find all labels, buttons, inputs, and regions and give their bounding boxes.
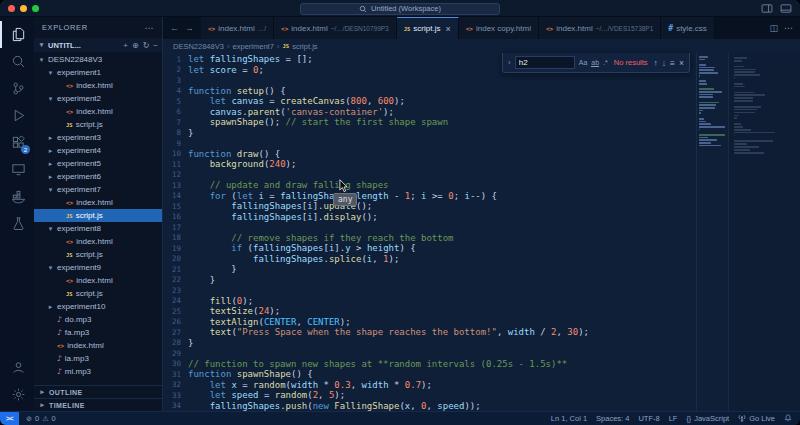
code-line[interactable]: 14 for (let i = fallingShapes.length - 1… xyxy=(163,191,696,202)
tab-index-html[interactable]: <>index.html…/ xyxy=(201,17,274,39)
status-indentation[interactable]: Spaces: 4 xyxy=(596,414,629,423)
split-editor-icon[interactable]: ◫ xyxy=(769,23,778,33)
tree-item-script-js[interactable]: JSscript.js xyxy=(34,287,162,300)
status-language-mode[interactable]: {}JavaScript xyxy=(686,414,729,423)
section-timeline[interactable]: ▸TIMELINE xyxy=(34,398,162,411)
tree-item-fa-mp3[interactable]: ♪fa.mp3 xyxy=(34,326,162,339)
tree-item-do-mp3[interactable]: ♪do.mp3 xyxy=(34,313,162,326)
tree-item-experiment4[interactable]: ▸experiment4 xyxy=(34,144,162,157)
code-line[interactable]: 10function draw() { xyxy=(163,149,696,160)
tree-item-index-html[interactable]: <>index.html xyxy=(34,79,162,92)
new-file-icon[interactable]: + xyxy=(123,41,128,50)
new-folder-icon[interactable]: ⊕ xyxy=(132,41,139,50)
tree-item-experiment7[interactable]: ▾experiment7 xyxy=(34,183,162,196)
code-line[interactable]: 31function spawnShape() { xyxy=(163,369,696,380)
code-line[interactable]: 30// function to spawn new shapes at **r… xyxy=(163,359,696,370)
status-go-live[interactable]: Go Live xyxy=(738,414,775,423)
more-actions-icon[interactable]: ⋯ xyxy=(784,23,793,33)
minimap[interactable] xyxy=(696,53,728,411)
tree-item-index-html[interactable]: <>index.html xyxy=(34,274,162,287)
close-window-button[interactable] xyxy=(8,5,15,12)
activity-remote-explorer-icon[interactable] xyxy=(0,156,34,183)
views-more-actions-icon[interactable]: ⋯ xyxy=(144,23,154,33)
match-case-toggle[interactable]: Aa xyxy=(579,59,588,66)
code-line[interactable]: 32 let x = random(width * 0.3, width * 0… xyxy=(163,380,696,391)
tree-item-experiment9[interactable]: ▾experiment9 xyxy=(34,261,162,274)
toggle-replace-icon[interactable]: › xyxy=(508,58,511,67)
next-match-button[interactable]: ↓ xyxy=(662,58,666,68)
code-line[interactable]: 22 } xyxy=(163,275,696,286)
activity-explorer-icon[interactable] xyxy=(0,21,34,48)
command-center[interactable]: Untitled (Workspace) xyxy=(300,3,500,15)
tree-item-script-js[interactable]: JSscript.js xyxy=(34,209,162,222)
secondary-pane[interactable] xyxy=(728,53,800,411)
workspace-section-header[interactable]: ▾ UNTITL... +⊕↻− xyxy=(34,38,162,52)
code-line[interactable]: 27 text("Press Space when the shape reac… xyxy=(163,327,696,338)
tree-item-experiment5[interactable]: ▸experiment5 xyxy=(34,157,162,170)
tree-item-script-js[interactable]: JSscript.js xyxy=(34,118,162,131)
tree-item-index-html[interactable]: <>index.html xyxy=(34,235,162,248)
code-line[interactable]: 21 } xyxy=(163,264,696,275)
activity-docker-icon[interactable] xyxy=(0,183,34,210)
toggle-panel-icon[interactable] xyxy=(761,4,773,13)
breadcrumb-item-desn22848v3[interactable]: DESN22848V3 xyxy=(173,42,224,51)
find-input[interactable] xyxy=(515,56,575,69)
tab-script-js[interactable]: JSscript.js× xyxy=(397,17,459,39)
code-line[interactable]: 29 xyxy=(163,348,696,359)
code-line[interactable]: 5 let canvas = createCanvas(800, 600); xyxy=(163,96,696,107)
tree-item-index-html[interactable]: <>index.html xyxy=(34,196,162,209)
tab-index-html[interactable]: <>index.html~/…/DESN10799P3 xyxy=(274,17,397,39)
code-line[interactable]: 16 fallingShapes[i].display(); xyxy=(163,212,696,223)
tree-item-experiment10[interactable]: ▸experiment10 xyxy=(34,300,162,313)
problems-indicator[interactable]: ⊘ 0 ⚠ 0 xyxy=(19,414,63,423)
maximize-window-button[interactable] xyxy=(32,5,39,12)
remote-indicator[interactable]: >< xyxy=(0,412,19,425)
previous-match-button[interactable]: ↑ xyxy=(654,58,658,68)
activity-testing-icon[interactable] xyxy=(0,210,34,237)
activity-search-icon[interactable] xyxy=(0,48,34,75)
activity-account-icon[interactable] xyxy=(0,354,34,381)
code-line[interactable]: 15 fallingShapes[i].update(); xyxy=(163,201,696,212)
code-line[interactable]: 20 fallingShapes.splice(i, 1); xyxy=(163,254,696,265)
tree-item-experiment6[interactable]: ▸experiment6 xyxy=(34,170,162,183)
whole-word-toggle[interactable]: ab xyxy=(591,59,599,67)
code-line[interactable]: 4function setup() { xyxy=(163,86,696,97)
code-line[interactable]: 3 xyxy=(163,75,696,86)
collapse-folders-icon[interactable]: − xyxy=(153,41,158,50)
tree-item-mi-mp3[interactable]: ♪mi.mp3 xyxy=(34,365,162,378)
activity-source-control-icon[interactable] xyxy=(0,75,34,102)
code-pane[interactable]: 1let fallingShapes = [];2let score = 0;3… xyxy=(163,53,696,411)
code-line[interactable]: 9 xyxy=(163,138,696,149)
status-eol[interactable]: LF xyxy=(669,414,678,423)
status-cursor-position[interactable]: Ln 1, Col 1 xyxy=(551,414,587,423)
code-line[interactable]: 23 xyxy=(163,285,696,296)
navigate-forward-icon[interactable]: → xyxy=(185,23,194,33)
code-line[interactable]: 8} xyxy=(163,128,696,139)
code-line[interactable]: 13 // update and draw falling shapes xyxy=(163,180,696,191)
code-line[interactable]: 19 if (fallingShapes[i].y > height) { xyxy=(163,243,696,254)
activity-extensions-icon[interactable]: 2 xyxy=(0,129,34,156)
tree-item-experiment1[interactable]: ▾experiment1 xyxy=(34,66,162,79)
code-line[interactable]: 25 textSize(24); xyxy=(163,306,696,317)
code-line[interactable]: 11 background(240); xyxy=(163,159,696,170)
minimize-window-button[interactable] xyxy=(20,5,27,12)
code-line[interactable]: 17 xyxy=(163,222,696,233)
tree-item-script-js[interactable]: JSscript.js xyxy=(34,248,162,261)
breadcrumb-item-experiment7[interactable]: experiment7 xyxy=(233,42,274,51)
close-find-button[interactable]: × xyxy=(679,58,684,68)
close-tab-icon[interactable]: × xyxy=(445,24,450,34)
refresh-icon[interactable]: ↻ xyxy=(143,41,150,50)
customize-layout-icon[interactable] xyxy=(780,4,792,13)
code-line[interactable]: 7 spawnShape(); // start the first shape… xyxy=(163,117,696,128)
status-notifications[interactable] xyxy=(784,414,792,423)
code-line[interactable]: 24 fill(0); xyxy=(163,296,696,307)
tree-item-index-html[interactable]: <>index.html xyxy=(34,339,162,352)
tab-index-copy-html[interactable]: <>index copy.html xyxy=(459,17,539,39)
code-editor[interactable]: 1let fallingShapes = [];2let score = 0;3… xyxy=(163,53,800,411)
tree-item-experiment2[interactable]: ▾experiment2 xyxy=(34,92,162,105)
code-line[interactable]: 34 fallingShapes.push(new FallingShape(x… xyxy=(163,401,696,412)
find-in-selection-button[interactable]: ≡ xyxy=(670,58,675,68)
regex-toggle[interactable]: .* xyxy=(603,59,608,66)
activity-settings-icon[interactable] xyxy=(0,381,34,408)
code-line[interactable]: 6 canvas.parent('canvas-container'); xyxy=(163,107,696,118)
